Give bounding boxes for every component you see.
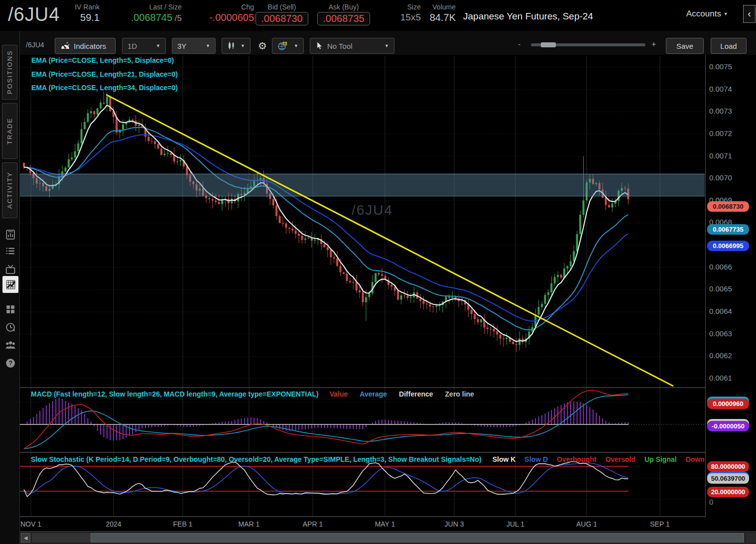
- macd-legend-average: Average: [360, 390, 387, 398]
- toolbar-symbol-label: /6JU4: [26, 41, 44, 49]
- timeframe-dropdown[interactable]: 1D ▼: [122, 38, 166, 54]
- bid-button[interactable]: .0068730: [255, 12, 308, 25]
- stoch-legend-slow-d: Slow D: [524, 455, 548, 463]
- linked-chart-dropdown[interactable]: ▼: [272, 38, 304, 54]
- save-button[interactable]: Save: [666, 38, 704, 54]
- chevron-down-icon: ▼: [206, 43, 210, 48]
- history-icon: [5, 322, 16, 333]
- tv-icon: [5, 264, 16, 275]
- macd-legend-zero-line: Zero line: [445, 390, 474, 398]
- sidebar-tab-activity[interactable]: ACTIVITY: [2, 162, 17, 218]
- macd-legend-row: MACD (Fast length=12, Slow length=26, MA…: [31, 390, 703, 398]
- chart-scrollbar[interactable]: ◀: [20, 531, 756, 544]
- scrollbar-thumb[interactable]: [91, 533, 744, 543]
- time-tick-label: MAY 1: [375, 520, 395, 528]
- range-dropdown[interactable]: 3Y ▼: [172, 38, 216, 54]
- bid-label: Bid (Sell): [254, 3, 310, 11]
- chevron-down-icon: ▼: [724, 11, 728, 16]
- time-tick-label: MAR 1: [239, 520, 260, 528]
- price-axis[interactable]: 0.00750.00740.00730.00720.00710.00700.00…: [705, 55, 756, 518]
- time-tick-label: 2024: [106, 520, 121, 528]
- time-tick-label: NOV 1: [20, 520, 41, 528]
- chevron-down-icon: ▼: [384, 43, 389, 48]
- ask-label: Ask (Buy): [316, 3, 372, 11]
- zoom-out-button[interactable]: -: [518, 40, 520, 49]
- zoom-in-button[interactable]: +: [651, 40, 656, 49]
- sidebar-tab-trade[interactable]: TRADE: [2, 103, 17, 159]
- zoom-slider[interactable]: [531, 43, 645, 46]
- stoch-legend-overbought: Overbought: [557, 455, 596, 463]
- scroll-left-arrow[interactable]: ◀: [21, 533, 30, 543]
- last-size-label: Last / Size: [125, 3, 182, 11]
- indicators-button[interactable]: Indicators: [55, 38, 116, 54]
- instrument-description: Japanese Yen Futures, Sep-24: [463, 11, 593, 22]
- stoch-title: Slow Stochastic (K Period=14, D Period=9…: [31, 455, 482, 463]
- sidebar-people-icon[interactable]: [4, 339, 17, 352]
- sidebar-report-icon[interactable]: [4, 228, 17, 241]
- sidebar-history-icon[interactable]: [4, 321, 17, 334]
- last-price-badge: 0.0068730: [707, 201, 749, 212]
- time-tick-label: SEP 1: [650, 520, 669, 528]
- time-tick-label: APR 1: [303, 520, 323, 528]
- collapse-panel-button[interactable]: ‹: [743, 5, 756, 23]
- save-label: Save: [676, 42, 693, 50]
- price-tick-label: 0.0065: [709, 284, 732, 293]
- time-axis[interactable]: NOV 12024FEB 1MAR 1APR 1MAY 1JUN 3JUL 1A…: [20, 517, 756, 531]
- chg-value: -.0000605: [199, 12, 254, 23]
- stoch-legend-slow-k: Slow K: [493, 455, 516, 463]
- drawing-tool-dropdown[interactable]: No Tool ▼: [310, 38, 394, 54]
- price-tick-label: 0.0072: [709, 129, 732, 137]
- size-label: Size: [393, 3, 421, 11]
- stoch-legend-up-signal: Up Signal: [644, 455, 677, 463]
- ema21-study-label: EMA (Price=CLOSE, Length=21, Displace=0): [31, 70, 178, 78]
- sidebar-tab-positions[interactable]: POSITIONS: [2, 45, 17, 100]
- last-value: .0068745: [131, 12, 172, 23]
- scrollbar-track[interactable]: [32, 533, 744, 543]
- price-tick-label: 0.0073: [709, 107, 732, 115]
- ask-button[interactable]: .0068735: [317, 12, 370, 25]
- stoch-legend: Slow KSlow DOverboughtOversoldUp SignalD…: [493, 455, 704, 463]
- svg-text:?: ?: [8, 360, 12, 367]
- report-icon: [5, 229, 16, 240]
- volume-value: 84.7K: [426, 12, 456, 23]
- chart-type-dropdown[interactable]: ▼: [222, 38, 251, 54]
- price-tick-label: 0.0064: [709, 307, 732, 315]
- chevron-down-icon: ▼: [156, 43, 160, 48]
- price-tick-label: 0.0075: [709, 62, 732, 71]
- load-label: Load: [720, 42, 737, 50]
- sidebar-grid-icon[interactable]: [4, 303, 17, 316]
- chart-toolbar: /6JU4 Indicators 1D ▼ 3Y ▼ ▼: [20, 31, 756, 55]
- volume-label: Volume: [426, 3, 456, 11]
- grid-icon: [5, 304, 16, 315]
- gear-icon: ⚙: [258, 40, 267, 52]
- gauge-icon: [60, 41, 70, 50]
- cursor-icon: [315, 41, 323, 50]
- price-tick-label: 0.0061: [709, 374, 732, 382]
- stoch-legend-row: Slow Stochastic (K Period=14, D Period=9…: [31, 455, 704, 463]
- people-icon: [5, 340, 16, 351]
- accounts-menu[interactable]: Accounts ▼: [686, 9, 728, 19]
- price-tick-label: 0.0066: [709, 263, 732, 271]
- trading-platform-window: /6JU4 EMA (Price=CLOSE, Length=5, Displa…: [0, 0, 756, 544]
- sidebar-tv-icon[interactable]: [4, 263, 17, 276]
- time-tick-label: JUL 1: [506, 520, 524, 528]
- chevron-down-icon: ▼: [241, 43, 245, 48]
- stoch-legend-down-signal: Down Signal: [686, 455, 704, 463]
- sidebar-watchlist-icon[interactable]: [4, 245, 17, 258]
- sidebar-help-icon[interactable]: ?: [4, 357, 17, 370]
- stoch-oversold-badge: 20.0000000: [707, 487, 749, 497]
- time-tick-label: AUG 1: [576, 520, 597, 528]
- accounts-label: Accounts: [686, 9, 721, 18]
- stoch-zero-label: 0: [709, 498, 713, 506]
- macd-title: MACD (Fast length=12, Slow length=26, MA…: [31, 390, 319, 398]
- price-tick-label: 0.0062: [709, 351, 732, 360]
- macd-value-badge: 0.0000960: [707, 399, 749, 409]
- sidebar-chart-icon[interactable]: [2, 276, 18, 293]
- load-button[interactable]: Load: [711, 38, 747, 54]
- chart-watermark: /6JU4: [352, 202, 393, 218]
- settings-gear-button[interactable]: ⚙: [253, 38, 270, 54]
- zoom-slider-thumb[interactable]: [541, 42, 556, 47]
- price-tick-label: 0.0063: [709, 329, 732, 338]
- watchlist-icon: [5, 246, 16, 257]
- macd-legend-difference: Difference: [399, 390, 433, 398]
